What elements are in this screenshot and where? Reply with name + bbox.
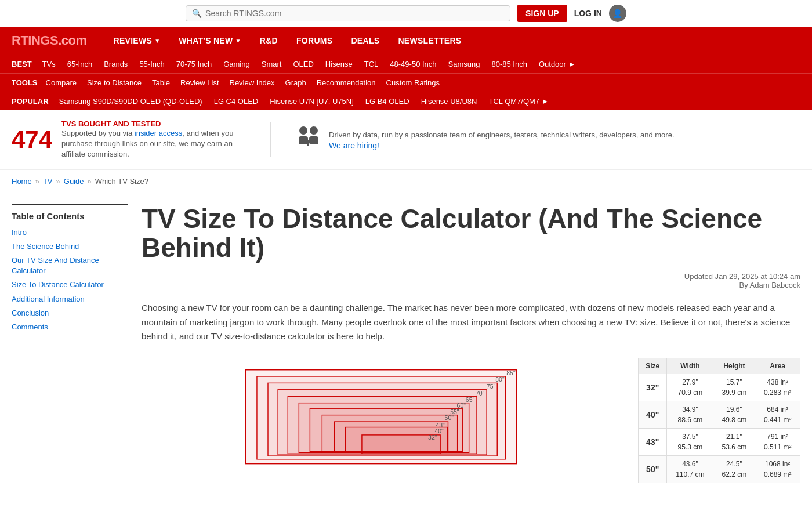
nav-deals[interactable]: DEALS xyxy=(342,27,389,55)
tool-graph[interactable]: Graph xyxy=(281,77,311,88)
size-table-wrap: Size Width Height Area 32" 27.9" 70.9 cm… xyxy=(638,358,800,488)
nav-rd[interactable]: R&D xyxy=(251,27,287,55)
popular-nav: POPULAR Samsung S90D/S90DD OLED (QD-OLED… xyxy=(0,92,812,110)
best-samsung[interactable]: Samsung xyxy=(445,59,484,70)
tool-compare[interactable]: Compare xyxy=(41,77,81,88)
col-height: Height xyxy=(713,358,755,374)
cell-size: 50" xyxy=(639,456,667,483)
table-row: 43" 37.5" 95.3 cm 21.1" 53.6 cm 791 in² … xyxy=(639,429,800,456)
popular-lg-b4[interactable]: LG B4 OLED xyxy=(362,96,413,107)
popular-hisense-u7n[interactable]: Hisense U7N [U7, U75N] xyxy=(266,96,357,107)
cell-size: 43" xyxy=(639,429,667,456)
cell-area: 438 in² 0.283 m² xyxy=(755,374,800,401)
cell-area: 1068 in² 0.689 m² xyxy=(755,456,800,483)
nav-reviews[interactable]: REVIEWS ▼ xyxy=(104,27,169,55)
nav-whats-new[interactable]: WHAT'S NEW ▼ xyxy=(169,27,250,55)
best-tcl[interactable]: TCL xyxy=(361,59,382,70)
avatar[interactable]: 👤 xyxy=(609,5,626,22)
breadcrumb-tv[interactable]: TV xyxy=(43,177,53,186)
col-width: Width xyxy=(667,358,713,374)
best-brands[interactable]: Brands xyxy=(100,59,131,70)
breadcrumb-current: Which TV Size? xyxy=(95,177,148,186)
best-tvs[interactable]: TVs xyxy=(39,59,59,70)
cell-width: 37.5" 95.3 cm xyxy=(667,429,713,456)
cell-width: 34.9" 88.6 cm xyxy=(667,401,713,429)
tool-custom-ratings[interactable]: Custom Ratings xyxy=(382,77,444,88)
toc-science-behind[interactable]: The Science Behind xyxy=(12,240,128,253)
tv-diagram: 85" 80" 75" 70" 65" 60" xyxy=(142,358,626,488)
chevron-down-icon: ▼ xyxy=(154,38,160,44)
cell-size: 32" xyxy=(639,374,667,401)
insider-link[interactable]: insider access xyxy=(135,129,182,137)
tool-recommendation[interactable]: Recommendation xyxy=(312,77,380,88)
cell-width: 27.9" 70.9 cm xyxy=(667,374,713,401)
content-area: Table of Contents Intro The Science Behi… xyxy=(0,193,812,500)
table-row: 32" 27.9" 70.9 cm 15.7" 39.9 cm 438 in² … xyxy=(639,374,800,401)
breadcrumb-sep1: » xyxy=(35,177,39,186)
cell-width: 43.6" 110.7 cm xyxy=(667,456,713,483)
popular-samsung-s90d[interactable]: Samsung S90D/S90DD OLED (QD-OLED) xyxy=(56,96,206,107)
toc-conclusion[interactable]: Conclusion xyxy=(12,306,128,320)
toc-size-distance[interactable]: Size To Distance Calculator xyxy=(12,278,128,292)
table-row: 40" 34.9" 88.6 cm 19.6" 49.8 cm 684 in² … xyxy=(639,401,800,429)
popular-label: POPULAR xyxy=(12,97,49,106)
svg-point-2 xyxy=(310,126,318,135)
toc-additional-info[interactable]: Additional Information xyxy=(12,292,128,306)
best-gaming[interactable]: Gaming xyxy=(220,59,253,70)
signup-button[interactable]: SIGN UP xyxy=(517,5,567,22)
breadcrumb-guide[interactable]: Guide xyxy=(64,177,84,186)
best-484950inch[interactable]: 48-49-50 Inch xyxy=(386,59,440,70)
best-65inch[interactable]: 65-Inch xyxy=(64,59,96,70)
best-hisense[interactable]: Hisense xyxy=(322,59,356,70)
search-container[interactable]: 🔍 xyxy=(186,5,510,21)
toc-intro[interactable]: Intro xyxy=(12,226,128,240)
hiring-link[interactable]: We are hiring! xyxy=(329,141,379,150)
breadcrumb-home[interactable]: Home xyxy=(12,177,32,186)
stats-desc: Supported by you via insider access, and… xyxy=(61,128,247,160)
svg-text:32": 32" xyxy=(428,434,437,441)
stats-right: Driven by data, run by a passionate team… xyxy=(294,124,674,156)
toc-calculator[interactable]: Our TV Size And Distance Calculator xyxy=(12,253,128,278)
article-meta: Updated Jan 29, 2025 at 10:24 am By Adam… xyxy=(142,272,800,289)
article-updated: Updated Jan 29, 2025 at 10:24 am xyxy=(142,272,800,281)
popular-tcl-qm7[interactable]: TCL QM7/QM7 ► xyxy=(485,96,552,107)
tv-size-svg: 85" 80" 75" 70" 65" 60" xyxy=(148,364,620,480)
toc-comments[interactable]: Comments xyxy=(12,320,128,334)
best-oled[interactable]: OLED xyxy=(289,59,317,70)
col-area: Area xyxy=(755,358,800,374)
tool-size-distance[interactable]: Size to Distance xyxy=(82,77,146,88)
team-icon xyxy=(294,124,322,156)
svg-text:75": 75" xyxy=(487,383,496,390)
nav-forums[interactable]: FORUMS xyxy=(287,27,342,55)
best-label: BEST xyxy=(12,60,32,68)
best-smart[interactable]: Smart xyxy=(258,59,285,70)
logo[interactable]: RTINGS.com xyxy=(12,33,86,48)
popular-hisense-u8[interactable]: Hisense U8/U8N xyxy=(418,96,481,107)
search-input[interactable] xyxy=(205,9,504,18)
chevron-down-icon: ▼ xyxy=(235,38,241,44)
tool-review-index[interactable]: Review Index xyxy=(225,77,280,88)
nav-items: REVIEWS ▼ WHAT'S NEW ▼ R&D FORUMS DEALS … xyxy=(104,27,470,55)
cell-height: 21.1" 53.6 cm xyxy=(713,429,755,456)
best-8085inch[interactable]: 80-85 Inch xyxy=(488,59,530,70)
tool-review-list[interactable]: Review List xyxy=(176,77,223,88)
breadcrumb-sep3: » xyxy=(87,177,91,186)
table-row: 50" 43.6" 110.7 cm 24.5" 62.2 cm 1068 in… xyxy=(639,456,800,483)
best-55inch[interactable]: 55-Inch xyxy=(136,59,168,70)
cell-size: 40" xyxy=(639,401,667,429)
article-author: By Adam Babcock xyxy=(142,281,800,289)
svg-point-0 xyxy=(299,126,307,135)
popular-lg-c4[interactable]: LG C4 OLED xyxy=(211,96,262,107)
nav-newsletters[interactable]: NEWSLETTERS xyxy=(389,27,470,55)
article-intro: Choosing a new TV for your room can be a… xyxy=(142,301,800,344)
cell-height: 15.7" 39.9 cm xyxy=(713,374,755,401)
tool-table[interactable]: Table xyxy=(147,77,175,88)
stats-left: 474 TVS BOUGHT AND TESTED Supported by y… xyxy=(12,119,247,160)
main-content: TV Size To Distance Calculator (And The … xyxy=(142,204,800,488)
cell-area: 791 in² 0.511 m² xyxy=(755,429,800,456)
best-7075inch[interactable]: 70-75 Inch xyxy=(173,59,215,70)
svg-text:55": 55" xyxy=(450,409,459,415)
svg-rect-3 xyxy=(309,136,318,144)
login-button[interactable]: LOG IN xyxy=(574,9,602,18)
best-outdoor[interactable]: Outdoor ► xyxy=(535,59,579,70)
